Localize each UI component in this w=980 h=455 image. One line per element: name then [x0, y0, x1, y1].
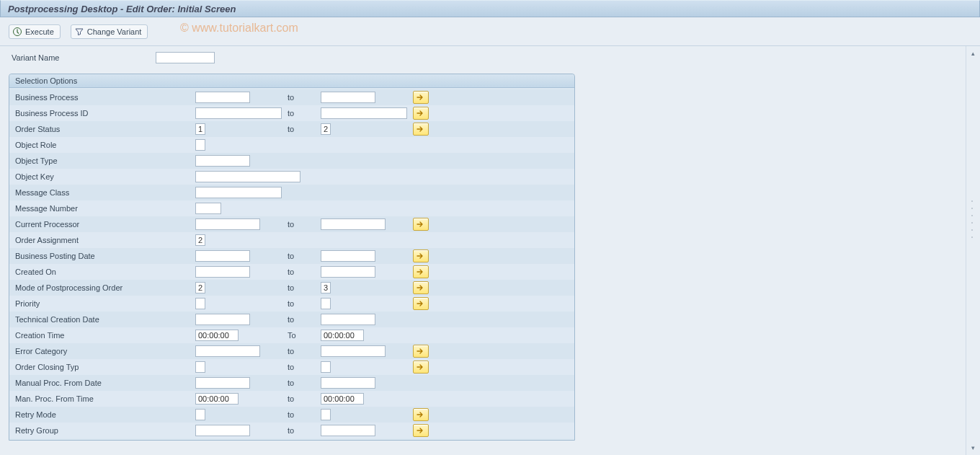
- business-posting-date-to-input[interactable]: [321, 250, 375, 262]
- man-proc-from-time-from-input[interactable]: [195, 393, 239, 405]
- row-error-category: Error Categoryto: [9, 343, 574, 359]
- page-title: Postprocessing Desktop - Edit Order: Ini…: [8, 4, 236, 14]
- row-creation-time: Creation TimeTo: [9, 327, 574, 343]
- scroll-up-arrow[interactable]: ▴: [967, 48, 979, 59]
- creation-time-to-input[interactable]: [321, 330, 364, 341]
- scrollbar-grip[interactable]: [968, 198, 976, 241]
- current-processor-label: Current Processor: [14, 220, 195, 229]
- toolbar: Execute Change Variant © www.tutorialkar…: [0, 17, 980, 46]
- order-closing-typ-from-input[interactable]: [195, 361, 205, 373]
- execute-button[interactable]: Execute: [9, 25, 61, 39]
- retry-mode-to-input[interactable]: [321, 409, 331, 420]
- order-closing-typ-multiple-selection-button[interactable]: [413, 361, 429, 374]
- current-processor-multiple-selection-button[interactable]: [413, 218, 429, 231]
- manual-proc-from-date-to-label: to: [288, 379, 321, 387]
- error-category-to-label: to: [288, 347, 321, 355]
- retry-mode-from-input[interactable]: [195, 409, 205, 420]
- business-process-from-input[interactable]: [195, 92, 250, 103]
- object-key-label: Object Key: [14, 172, 195, 181]
- business-process-id-multiple-selection-button[interactable]: [413, 107, 429, 120]
- order-closing-typ-to-input[interactable]: [321, 361, 331, 373]
- mode-postproc-order-label: Mode of Postprocessing Order: [14, 283, 195, 292]
- row-business-posting-date: Business Posting Dateto: [9, 248, 574, 264]
- row-mode-postproc-order: Mode of Postprocessing Orderto: [9, 280, 574, 296]
- retry-group-from-input[interactable]: [195, 425, 250, 436]
- business-posting-date-from-input[interactable]: [195, 250, 250, 262]
- retry-mode-multiple-selection-button[interactable]: [413, 408, 429, 421]
- filter-icon: [74, 27, 84, 37]
- business-posting-date-multiple-selection-button[interactable]: [413, 249, 429, 262]
- retry-group-to-label: to: [288, 426, 321, 435]
- error-category-to-input[interactable]: [321, 345, 386, 357]
- created-on-multiple-selection-button[interactable]: [413, 265, 429, 278]
- change-variant-button[interactable]: Change Variant: [71, 25, 148, 39]
- priority-multiple-selection-button[interactable]: [413, 297, 429, 310]
- business-posting-date-to-label: to: [288, 252, 321, 260]
- mode-postproc-order-multiple-selection-button[interactable]: [413, 281, 429, 294]
- object-key-from-input[interactable]: [195, 171, 300, 182]
- change-variant-label: Change Variant: [87, 27, 142, 36]
- arrow-right-icon: [416, 363, 425, 371]
- mode-postproc-order-from-input[interactable]: [195, 282, 205, 293]
- man-proc-from-time-label: Man. Proc. From Time: [14, 394, 195, 403]
- row-retry-group: Retry Groupto: [9, 423, 574, 438]
- manual-proc-from-date-from-input[interactable]: [195, 377, 250, 389]
- order-assignment-from-input[interactable]: [195, 234, 205, 246]
- order-assignment-label: Order Assignment: [14, 236, 195, 244]
- current-processor-to-label: to: [288, 220, 321, 229]
- variant-name-label: Variant Name: [12, 53, 156, 62]
- retry-group-multiple-selection-button[interactable]: [413, 424, 429, 437]
- business-process-to-input[interactable]: [321, 92, 375, 103]
- object-role-from-input[interactable]: [195, 139, 205, 151]
- business-process-id-from-input[interactable]: [195, 107, 282, 119]
- group-header: Selection Options: [9, 74, 574, 88]
- message-class-from-input[interactable]: [195, 187, 282, 198]
- arrow-right-icon: [416, 411, 425, 418]
- business-process-id-to-input[interactable]: [321, 107, 407, 119]
- current-processor-to-input[interactable]: [321, 218, 386, 230]
- business-process-multiple-selection-button[interactable]: [413, 91, 429, 104]
- technical-creation-date-to-input[interactable]: [321, 314, 375, 325]
- error-category-from-input[interactable]: [195, 345, 260, 357]
- retry-group-to-input[interactable]: [321, 425, 375, 436]
- arrow-right-icon: [416, 252, 425, 260]
- technical-creation-date-to-label: to: [288, 315, 321, 324]
- man-proc-from-time-to-input[interactable]: [321, 393, 364, 405]
- order-status-from-input[interactable]: [195, 123, 205, 135]
- row-retry-mode: Retry Modeto: [9, 407, 574, 423]
- manual-proc-from-date-to-input[interactable]: [321, 377, 375, 389]
- order-status-to-label: to: [288, 125, 321, 133]
- order-status-to-input[interactable]: [321, 123, 331, 135]
- watermark-text: © www.tutorialkart.com: [180, 22, 298, 35]
- arrow-right-icon: [416, 268, 425, 275]
- technical-creation-date-from-input[interactable]: [195, 314, 250, 325]
- arrow-right-icon: [416, 348, 425, 355]
- row-message-class: Message Class: [9, 185, 574, 200]
- scroll-down-arrow[interactable]: ▾: [967, 442, 979, 454]
- priority-to-input[interactable]: [321, 298, 331, 309]
- current-processor-from-input[interactable]: [195, 218, 260, 230]
- execute-label: Execute: [25, 27, 54, 36]
- row-message-number: Message Number: [9, 200, 574, 216]
- mode-postproc-order-to-input[interactable]: [321, 282, 331, 293]
- priority-from-input[interactable]: [195, 298, 205, 309]
- creation-time-from-input[interactable]: [195, 330, 239, 341]
- created-on-from-input[interactable]: [195, 266, 250, 278]
- order-closing-typ-label: Order Closing Typ: [14, 363, 195, 371]
- arrow-right-icon: [416, 284, 425, 291]
- vertical-scrollbar[interactable]: ▴ ▾: [966, 46, 979, 455]
- error-category-multiple-selection-button[interactable]: [413, 345, 429, 358]
- message-number-from-input[interactable]: [195, 203, 221, 214]
- error-category-label: Error Category: [14, 347, 195, 355]
- message-number-label: Message Number: [14, 204, 195, 213]
- variant-name-input[interactable]: [156, 52, 215, 63]
- row-technical-creation-date: Technical Creation Dateto: [9, 312, 574, 327]
- technical-creation-date-label: Technical Creation Date: [14, 315, 195, 324]
- created-on-label: Created On: [14, 268, 195, 276]
- object-type-from-input[interactable]: [195, 155, 250, 167]
- object-role-label: Object Role: [14, 141, 195, 149]
- title-bar: Postprocessing Desktop - Edit Order: Ini…: [0, 0, 980, 17]
- priority-to-label: to: [288, 299, 321, 308]
- order-status-multiple-selection-button[interactable]: [413, 123, 429, 136]
- created-on-to-input[interactable]: [321, 266, 375, 278]
